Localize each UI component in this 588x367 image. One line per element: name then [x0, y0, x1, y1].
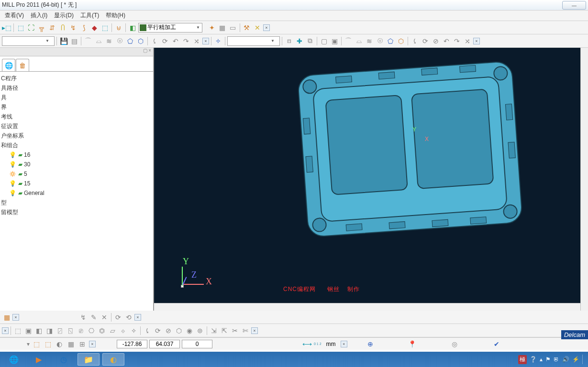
menu-view[interactable]: 查看(V): [2, 11, 27, 21]
pat3-button[interactable]: ⧉: [305, 36, 315, 46]
menu-display[interactable]: 显示(D): [51, 11, 77, 21]
tree-level-item[interactable]: 💡▰15: [0, 179, 153, 188]
window-minimize-button[interactable]: —: [562, 1, 586, 10]
t10-button[interactable]: ⏥: [108, 326, 117, 335]
tree-level-item[interactable]: 💡▰30: [0, 160, 153, 169]
rapid-button[interactable]: Ⴖ: [58, 23, 67, 32]
feed-button[interactable]: ⇵: [47, 23, 57, 32]
tree-stock-models[interactable]: 留模型: [0, 207, 153, 217]
t17-button[interactable]: ◉: [185, 326, 194, 335]
sm4-button[interactable]: ⟳: [113, 313, 123, 322]
pin-icon[interactable]: 📍: [408, 339, 417, 349]
t07-button[interactable]: ⎚: [76, 326, 86, 335]
r2-button[interactable]: ↷: [452, 36, 462, 46]
ucs-button[interactable]: ⊍: [114, 23, 123, 32]
toolbar-close-button[interactable]: ×: [134, 314, 141, 321]
task-app[interactable]: ◷: [53, 353, 75, 366]
u2-button[interactable]: ↶: [442, 36, 451, 46]
startpoint-button[interactable]: ◆: [89, 23, 99, 32]
t04-button[interactable]: ◨: [44, 326, 54, 335]
t02-button[interactable]: ▣: [23, 326, 33, 335]
t11-button[interactable]: ⟐: [118, 326, 128, 335]
t06-button[interactable]: ⍂: [66, 326, 75, 335]
toolbar-close-button[interactable]: ×: [202, 38, 209, 44]
t14-button[interactable]: ⟳: [153, 326, 163, 335]
sm2-button[interactable]: ✎: [89, 313, 99, 322]
target-icon[interactable]: ⊕: [366, 339, 375, 349]
pin-icon[interactable]: ▢: [143, 48, 147, 56]
edit2-button[interactable]: ⟳: [160, 36, 170, 46]
sb-grid-button[interactable]: ⊞: [78, 339, 87, 349]
task-explorer[interactable]: 📁: [78, 353, 100, 366]
save-button[interactable]: 💾: [59, 36, 68, 46]
sb-shade-button[interactable]: ◐: [55, 339, 64, 349]
ime-indicator[interactable]: 極: [518, 355, 527, 364]
block-button[interactable]: ⬚: [16, 23, 25, 32]
pattern-combo[interactable]: ▼: [227, 36, 280, 46]
t16-button[interactable]: ⬡: [174, 326, 184, 335]
tree-level-item[interactable]: 💡▰General: [0, 188, 153, 198]
c6-button[interactable]: ⬡: [396, 36, 406, 46]
undo-button[interactable]: ↶: [171, 36, 180, 46]
battery-icon[interactable]: ⚡: [572, 356, 579, 363]
task-ie[interactable]: 🌐: [3, 353, 25, 366]
c4-button[interactable]: ⦾: [375, 36, 385, 46]
tree-row[interactable]: [0, 217, 153, 227]
sb-cube1-button[interactable]: ⬚: [32, 339, 41, 349]
t08-button[interactable]: ⎔: [87, 326, 96, 335]
tab-recycle[interactable]: 🗑: [16, 59, 29, 71]
curve4-button[interactable]: ⦾: [115, 36, 124, 46]
transform-button[interactable]: ⤨: [192, 36, 201, 46]
workplane-button[interactable]: ⛶: [26, 23, 36, 32]
show-desktop-button[interactable]: [582, 355, 585, 364]
t09-button[interactable]: ⏣: [97, 326, 107, 335]
task-powermill[interactable]: ◐: [102, 353, 124, 366]
e3-button[interactable]: ⊘: [431, 36, 441, 46]
t2-button[interactable]: ⤨: [463, 36, 472, 46]
flag-icon[interactable]: ⚑: [545, 356, 551, 363]
toolbar-close-button[interactable]: ×: [12, 314, 19, 321]
scrollbar-vertical[interactable]: [580, 48, 588, 311]
t20-button[interactable]: ⇱: [220, 326, 229, 335]
network-icon[interactable]: ⛨: [554, 356, 559, 363]
t22-button[interactable]: ✄: [241, 326, 250, 335]
menu-help[interactable]: 帮助(H): [103, 11, 128, 21]
tree-level-item[interactable]: 🔅▰5: [0, 169, 153, 179]
toolbar-close-button[interactable]: ×: [263, 24, 270, 31]
t01-button[interactable]: ⬚: [13, 326, 22, 335]
t03-button[interactable]: ◧: [34, 326, 44, 335]
t12-button[interactable]: ⟡: [129, 326, 138, 335]
task-media[interactable]: ▶: [28, 353, 50, 366]
t18-button[interactable]: ⊚: [195, 326, 205, 335]
sb-wire-button[interactable]: ▦: [66, 339, 76, 349]
close-icon[interactable]: ×: [148, 48, 151, 56]
name-combo[interactable]: ▼: [2, 36, 55, 46]
sketch-button[interactable]: ✧: [213, 36, 223, 46]
clip2-button[interactable]: ▣: [330, 36, 339, 46]
t15-button[interactable]: ⊘: [164, 326, 173, 335]
lead-button[interactable]: ↯: [68, 23, 78, 32]
tab-explorer[interactable]: 🌐: [2, 59, 15, 71]
info2-icon[interactable]: ✔: [492, 339, 501, 349]
tool-button[interactable]: ╦: [37, 23, 46, 32]
e1-button[interactable]: ⤹: [410, 36, 420, 46]
toolbar-close-button[interactable]: ×: [2, 327, 9, 334]
toolpath-button[interactable]: ⬚: [100, 23, 110, 32]
menu-tools[interactable]: 工具(T): [78, 11, 102, 21]
tree-level-item[interactable]: 💡▰16: [0, 150, 153, 160]
tree-boundaries[interactable]: 界: [0, 102, 153, 112]
tray-up-icon[interactable]: ▴: [540, 356, 543, 363]
boundary-button[interactable]: ⬠: [125, 36, 135, 46]
curve3-button[interactable]: ≋: [104, 36, 114, 46]
tree-nc-programs[interactable]: C程序: [0, 74, 153, 83]
e2-button[interactable]: ⟳: [421, 36, 430, 46]
tree-features[interactable]: 征设置: [0, 121, 153, 131]
measure-button[interactable]: ▭: [228, 23, 238, 32]
menu-insert[interactable]: 插入(I): [28, 11, 50, 21]
sim1-button[interactable]: ▦: [2, 313, 11, 322]
nc-button[interactable]: ⚒: [242, 23, 252, 32]
strategy-button[interactable]: ◧: [128, 23, 137, 32]
t13-button[interactable]: ⤹: [143, 326, 152, 335]
strategy-combo[interactable]: 平行精加工 ▼: [138, 23, 202, 32]
curve2-button[interactable]: ⌓: [94, 36, 103, 46]
